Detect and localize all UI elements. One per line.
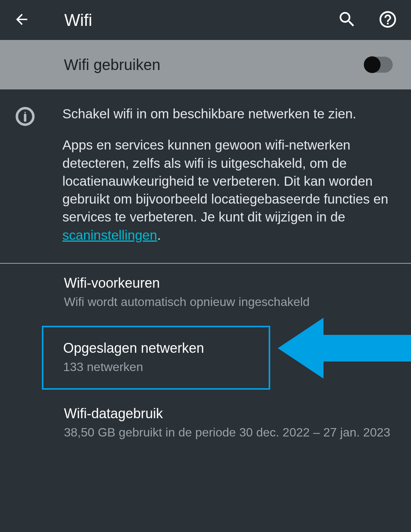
annotation-arrow: [278, 314, 411, 382]
wifi-toggle-switch[interactable]: [365, 57, 393, 73]
settings-item-title: Wifi-voorkeuren: [64, 275, 393, 291]
settings-item-title: Opgeslagen netwerken: [63, 340, 250, 356]
toggle-knob: [364, 56, 381, 73]
info-text: Schakel wifi in om beschikbare netwerken…: [62, 105, 393, 244]
info-icon: [15, 107, 35, 126]
search-icon[interactable]: [337, 10, 357, 31]
page-title: Wifi: [64, 11, 322, 30]
info-line-1: Schakel wifi in om beschikbare netwerken…: [62, 105, 393, 123]
scan-settings-link[interactable]: scaninstellingen: [62, 228, 157, 242]
header-actions: [337, 10, 398, 31]
data-usage-item[interactable]: Wifi-datagebruik 38,50 GB gebruikt in de…: [0, 394, 411, 452]
wifi-toggle-label: Wifi gebruiken: [64, 56, 160, 73]
settings-item-subtitle: 38,50 GB gebruikt in de periode 30 dec. …: [64, 425, 393, 441]
settings-item-subtitle: Wifi wordt automatisch opnieuw ingeschak…: [64, 294, 393, 310]
info-panel: Schakel wifi in om beschikbare netwerken…: [0, 89, 411, 264]
settings-item-title: Wifi-datagebruik: [64, 406, 393, 422]
svg-marker-3: [278, 318, 411, 379]
wifi-preferences-item[interactable]: Wifi-voorkeuren Wifi wordt automatisch o…: [0, 264, 411, 322]
saved-networks-item[interactable]: Opgeslagen netwerken 133 netwerken: [42, 326, 270, 390]
app-header: Wifi: [0, 0, 411, 40]
wifi-toggle-row[interactable]: Wifi gebruiken: [0, 40, 411, 89]
svg-point-2: [24, 111, 25, 113]
back-icon[interactable]: [13, 11, 30, 29]
settings-item-subtitle: 133 netwerken: [63, 359, 250, 375]
info-line-2: Apps en services kunnen gewoon wifi-netw…: [62, 136, 393, 244]
help-icon[interactable]: [378, 10, 398, 31]
